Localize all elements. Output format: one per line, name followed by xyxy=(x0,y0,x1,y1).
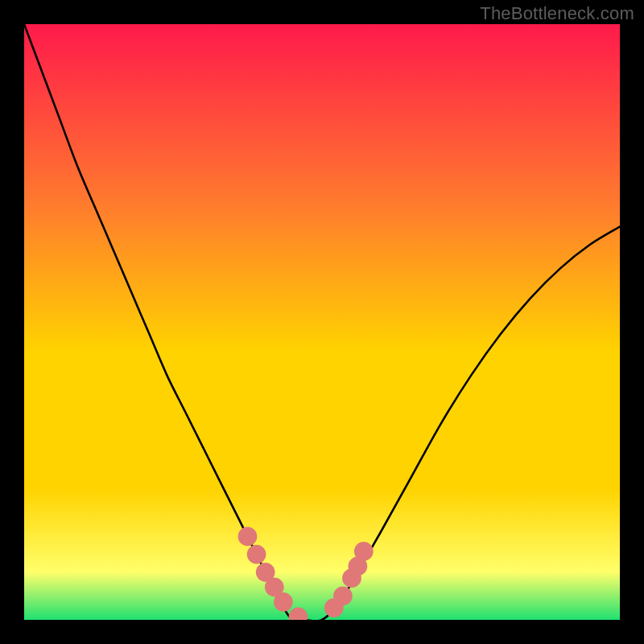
highlight-dot xyxy=(333,587,353,606)
bottleneck-plot xyxy=(24,24,620,620)
highlight-dot xyxy=(247,545,266,564)
chart-frame: TheBottleneck.com xyxy=(0,0,644,644)
highlight-dot xyxy=(274,592,293,612)
highlight-dot xyxy=(354,542,374,561)
watermark-text: TheBottleneck.com xyxy=(480,3,634,24)
plot-background xyxy=(24,24,620,620)
highlight-dot xyxy=(238,527,258,547)
plot-area xyxy=(24,24,620,620)
